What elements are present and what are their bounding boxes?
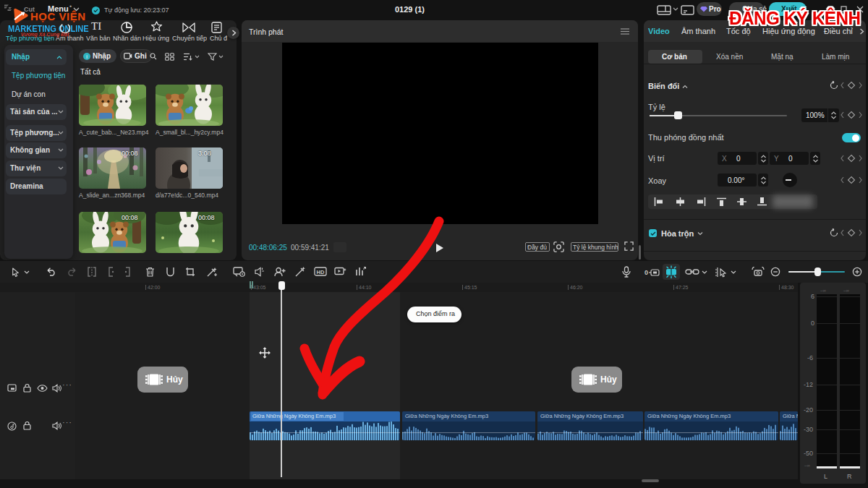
svg-text:HD: HD bbox=[317, 269, 325, 275]
svg-text:0: 0 bbox=[644, 269, 648, 276]
